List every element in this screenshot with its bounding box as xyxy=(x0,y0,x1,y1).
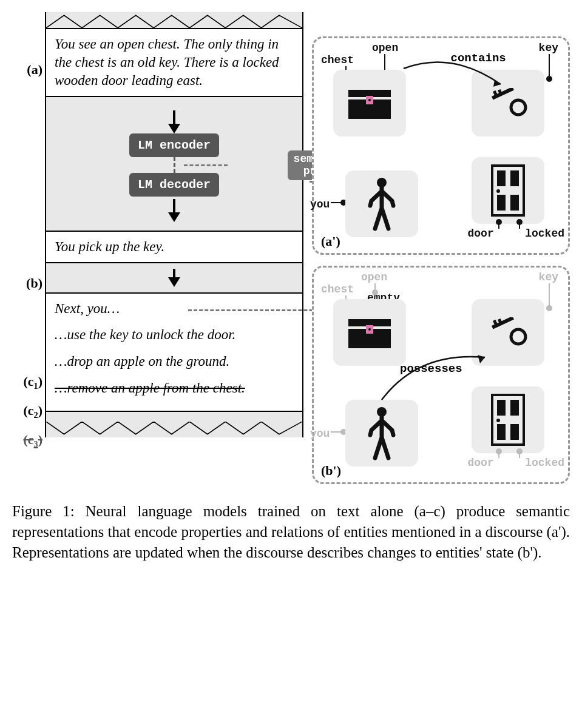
svg-rect-28 xyxy=(510,400,519,416)
marker-c3: (c3) xyxy=(12,432,42,450)
strip: You see an open chest. The only thing in… xyxy=(45,28,303,422)
section-b: You pick up the key. xyxy=(46,231,302,262)
tag-door-b: door xyxy=(468,457,494,469)
svg-point-3 xyxy=(368,99,371,101)
svg-rect-29 xyxy=(497,424,506,440)
person-icon xyxy=(368,177,396,231)
state-panel-a: chest open key xyxy=(312,36,570,255)
marker-c2: (c2) xyxy=(12,403,42,420)
svg-point-4 xyxy=(511,100,526,115)
entity-door-a: door locked xyxy=(453,146,561,237)
text-a: You see an open chest. The only thing in… xyxy=(55,35,294,90)
arc-contains xyxy=(398,62,507,94)
svg-rect-27 xyxy=(497,400,506,416)
person-icon xyxy=(368,406,396,460)
marker-a: (a) xyxy=(12,62,42,78)
strip-footer-gray xyxy=(46,411,302,422)
text-c3: …remove an apple from the chest. xyxy=(55,379,294,397)
torn-edge-top xyxy=(45,12,303,28)
entity-you-b: you possesses xyxy=(321,376,429,467)
svg-rect-12 xyxy=(510,170,519,186)
marker-c1: (c1) xyxy=(12,374,42,391)
tag-open-b: open xyxy=(361,271,387,283)
svg-rect-11 xyxy=(497,170,506,186)
tag-chest: chest xyxy=(321,54,354,66)
tag-you-b: you xyxy=(310,428,330,440)
svg-point-15 xyxy=(496,189,500,193)
section-lm: LM encoder LM decoder semantic probe xyxy=(46,96,302,231)
marker-b: (b) xyxy=(12,275,42,291)
text-c2: …drop an apple on the ground. xyxy=(55,352,294,371)
section-a: You see an open chest. The only thing in… xyxy=(46,28,302,96)
tag-key: key xyxy=(539,42,558,54)
lm-encoder-box: LM encoder xyxy=(129,133,219,157)
section-thin xyxy=(46,262,302,292)
text-strip-column: (a) (b) (c1) (c2) (c3) You see an open c… xyxy=(12,12,303,437)
tag-locked: locked xyxy=(525,228,564,240)
panel-label-a: (a') xyxy=(321,234,340,249)
box-chest-b xyxy=(333,299,406,366)
enc-dec-link xyxy=(174,157,175,173)
tag-key-b: key xyxy=(539,271,558,283)
chest-icon xyxy=(346,85,393,121)
text-b: You pick up the key. xyxy=(55,238,294,256)
box-door-b xyxy=(472,386,544,453)
entity-key-b: key xyxy=(453,275,561,366)
svg-point-31 xyxy=(496,419,500,422)
chest-icon xyxy=(346,314,393,351)
box-you-a xyxy=(345,170,418,237)
entity-key-a: key contains xyxy=(453,46,561,136)
box-key-b xyxy=(472,299,544,366)
door-icon xyxy=(490,394,526,446)
entity-you-a: you xyxy=(321,146,429,237)
tag-open: open xyxy=(372,42,398,54)
state-panel-b: chest open empty xyxy=(312,266,570,484)
panel-label-b: (b') xyxy=(321,463,341,479)
dash-to-probe xyxy=(184,164,228,166)
lm-decoder-box: LM decoder xyxy=(129,173,219,197)
row-markers: (a) (b) (c1) (c2) (c3) xyxy=(12,12,45,437)
arrow-into-encoder xyxy=(168,110,180,133)
tag-door: door xyxy=(468,228,494,240)
entity-grid-a: chest open key xyxy=(321,46,561,237)
text-next: Next, you… xyxy=(55,300,294,318)
tag-chest-b: chest xyxy=(321,283,354,295)
door-icon xyxy=(490,164,526,217)
text-c1: …use the key to unlock the door. xyxy=(55,326,294,344)
entity-chest-b: chest open empty xyxy=(321,275,429,366)
key-icon xyxy=(487,317,529,348)
entity-grid-b: chest open empty xyxy=(321,275,561,467)
arrow-out-decoder xyxy=(168,199,180,222)
svg-point-20 xyxy=(511,329,526,344)
svg-rect-14 xyxy=(510,195,519,211)
figure-caption: Figure 1: Neural language models trained… xyxy=(12,501,570,562)
entity-door-b: door locked xyxy=(453,376,561,467)
box-chest-a xyxy=(333,70,406,136)
state-panels-column: chest open key xyxy=(312,12,570,484)
svg-rect-13 xyxy=(497,195,506,211)
lm-stack: LM encoder LM decoder semantic probe xyxy=(55,103,294,224)
svg-rect-30 xyxy=(510,424,519,440)
arrow-mid xyxy=(168,269,180,287)
tag-locked-b: locked xyxy=(525,457,564,469)
box-door-a xyxy=(472,157,544,224)
svg-point-19 xyxy=(368,328,371,331)
tag-you: you xyxy=(310,198,330,211)
torn-edge-bottom xyxy=(45,422,303,437)
figure: (a) (b) (c1) (c2) (c3) You see an open c… xyxy=(12,12,570,484)
